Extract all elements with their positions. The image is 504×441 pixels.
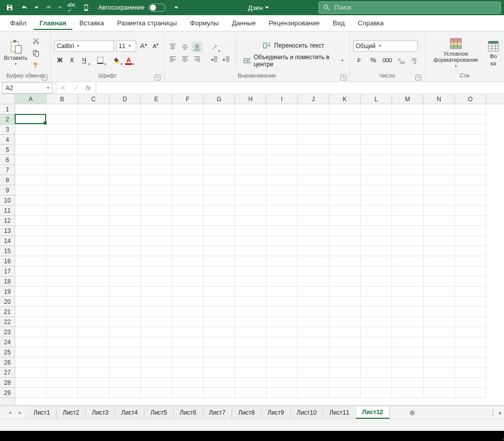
cell[interactable]	[361, 287, 392, 297]
cell[interactable]	[78, 226, 109, 236]
cell[interactable]	[455, 307, 486, 317]
cut-button[interactable]	[30, 35, 42, 47]
cell[interactable]	[329, 287, 361, 297]
tab-home[interactable]: Главная	[33, 16, 72, 30]
cell[interactable]	[15, 195, 47, 206]
enter-formula-button[interactable]: ✓	[69, 83, 83, 94]
cell[interactable]	[15, 155, 47, 165]
cell[interactable]	[266, 104, 298, 114]
cell[interactable]	[78, 388, 109, 398]
cell[interactable]	[298, 165, 329, 175]
cell[interactable]	[141, 388, 172, 398]
cell[interactable]	[298, 287, 329, 297]
cell[interactable]	[47, 155, 78, 165]
cell[interactable]	[78, 206, 109, 216]
cell[interactable]	[172, 368, 204, 378]
cell[interactable]	[15, 347, 47, 357]
cell[interactable]	[455, 388, 486, 398]
cell[interactable]	[423, 226, 455, 236]
font-launcher[interactable]: ⤡	[154, 74, 161, 81]
cell[interactable]	[172, 206, 204, 216]
cell[interactable]	[455, 114, 486, 125]
cell[interactable]	[235, 165, 266, 175]
cell[interactable]	[15, 357, 47, 368]
cell[interactable]	[204, 135, 235, 145]
row-header[interactable]: 14	[0, 236, 15, 246]
cell[interactable]	[329, 145, 361, 155]
cell[interactable]	[15, 216, 47, 226]
sheet-nav-last[interactable]: ▸	[15, 408, 24, 417]
cell[interactable]	[455, 276, 486, 287]
cell[interactable]	[361, 266, 392, 276]
cell[interactable]	[455, 368, 486, 378]
cell[interactable]	[298, 145, 329, 155]
row-header[interactable]: 6	[0, 155, 15, 165]
row-header[interactable]: 4	[0, 135, 15, 145]
cell[interactable]	[329, 388, 361, 398]
sheet-tab[interactable]: Лист8	[232, 407, 261, 419]
cell[interactable]	[392, 337, 423, 347]
cell[interactable]	[235, 297, 266, 307]
cell[interactable]	[329, 266, 361, 276]
cell[interactable]	[78, 125, 109, 135]
tab-view[interactable]: Вид	[327, 16, 351, 30]
align-center-button[interactable]	[179, 54, 190, 65]
cell[interactable]	[423, 185, 455, 195]
cell[interactable]	[329, 155, 361, 165]
copy-button[interactable]	[30, 48, 42, 59]
cell[interactable]	[47, 368, 78, 378]
cell[interactable]	[172, 347, 204, 357]
cell[interactable]	[329, 114, 361, 125]
cell[interactable]	[455, 297, 486, 307]
cell[interactable]	[423, 216, 455, 226]
cell[interactable]	[392, 135, 423, 145]
cell[interactable]	[235, 226, 266, 236]
cell[interactable]	[266, 145, 298, 155]
cell[interactable]	[172, 195, 204, 206]
undo-dropdown[interactable]	[33, 1, 40, 14]
cell[interactable]	[266, 368, 298, 378]
cell[interactable]	[329, 368, 361, 378]
cell[interactable]	[392, 145, 423, 155]
cell[interactable]	[361, 276, 392, 287]
row-header[interactable]: 2	[0, 114, 15, 125]
cell[interactable]	[141, 266, 172, 276]
cell[interactable]	[361, 327, 392, 337]
column-header[interactable]: C	[78, 94, 109, 104]
cell[interactable]	[361, 135, 392, 145]
cell[interactable]	[298, 114, 329, 125]
column-header[interactable]: D	[109, 94, 141, 104]
cell[interactable]	[141, 216, 172, 226]
cell[interactable]	[298, 155, 329, 165]
cell[interactable]	[455, 104, 486, 114]
cell[interactable]	[423, 104, 455, 114]
cell[interactable]	[298, 368, 329, 378]
cell[interactable]	[15, 297, 47, 307]
cell[interactable]	[455, 337, 486, 347]
cell[interactable]	[329, 246, 361, 256]
cell[interactable]	[361, 388, 392, 398]
cell[interactable]	[47, 357, 78, 368]
cell[interactable]	[141, 347, 172, 357]
cell[interactable]	[455, 216, 486, 226]
cell[interactable]	[392, 246, 423, 256]
cell[interactable]	[455, 347, 486, 357]
cell[interactable]	[235, 266, 266, 276]
cell[interactable]	[329, 185, 361, 195]
cell[interactable]	[361, 307, 392, 317]
sheet-tab[interactable]: Лист12	[356, 407, 390, 419]
cell[interactable]	[109, 104, 141, 114]
cell[interactable]	[392, 125, 423, 135]
bold-button[interactable]: Ж	[54, 55, 65, 66]
cell[interactable]	[455, 135, 486, 145]
cell[interactable]	[15, 175, 47, 185]
cell[interactable]	[298, 206, 329, 216]
cell[interactable]	[204, 317, 235, 327]
row-header[interactable]: 20	[0, 297, 15, 307]
cell[interactable]	[204, 357, 235, 368]
cancel-formula-button[interactable]: ✕	[56, 83, 69, 94]
fx-icon[interactable]: fx	[83, 83, 96, 94]
cell[interactable]	[235, 357, 266, 368]
cell[interactable]	[109, 357, 141, 368]
cell[interactable]	[204, 276, 235, 287]
